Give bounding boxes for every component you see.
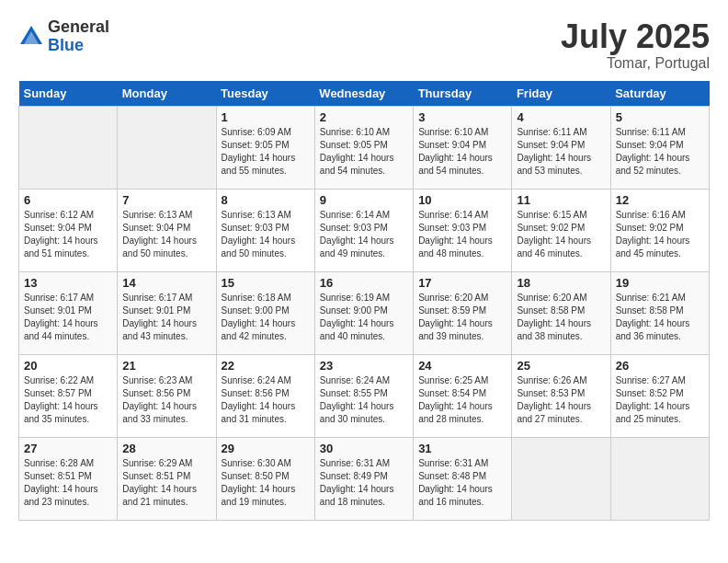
day-detail: Sunrise: 6:24 AM Sunset: 8:56 PM Dayligh… (222, 374, 310, 426)
weekday-header-tuesday: Tuesday (216, 81, 314, 107)
day-detail: Sunrise: 6:17 AM Sunset: 9:01 PM Dayligh… (122, 292, 210, 343)
calendar-cell: 5Sunrise: 6:11 AM Sunset: 9:04 PM Daylig… (610, 106, 709, 189)
day-detail: Sunrise: 6:14 AM Sunset: 9:03 PM Dayligh… (418, 209, 506, 260)
logo-general-text: General (48, 18, 109, 37)
day-number: 14 (122, 276, 210, 290)
calendar-cell: 16Sunrise: 6:19 AM Sunset: 9:00 PM Dayli… (314, 271, 413, 354)
calendar-week-2: 6Sunrise: 6:12 AM Sunset: 9:04 PM Daylig… (19, 189, 710, 271)
day-detail: Sunrise: 6:25 AM Sunset: 8:54 PM Dayligh… (418, 374, 506, 426)
day-number: 1 (222, 110, 310, 124)
page-header: General Blue July 2025 Tomar, Portugal (18, 18, 710, 72)
day-number: 6 (24, 193, 112, 207)
calendar-cell: 1Sunrise: 6:09 AM Sunset: 9:05 PM Daylig… (216, 106, 314, 189)
day-number: 26 (616, 359, 704, 373)
calendar-cell (610, 437, 709, 520)
calendar-table: SundayMondayTuesdayWednesdayThursdayFrid… (18, 81, 710, 521)
day-detail: Sunrise: 6:20 AM Sunset: 8:58 PM Dayligh… (517, 292, 605, 343)
calendar-cell: 7Sunrise: 6:13 AM Sunset: 9:04 PM Daylig… (118, 189, 216, 271)
calendar-cell: 2Sunrise: 6:10 AM Sunset: 9:05 PM Daylig… (314, 106, 413, 189)
logo-blue-text: Blue (48, 37, 109, 55)
day-number: 24 (418, 359, 506, 373)
calendar-cell: 26Sunrise: 6:27 AM Sunset: 8:52 PM Dayli… (610, 354, 709, 437)
calendar-week-4: 20Sunrise: 6:22 AM Sunset: 8:57 PM Dayli… (19, 354, 710, 437)
day-detail: Sunrise: 6:15 AM Sunset: 9:02 PM Dayligh… (517, 209, 605, 260)
day-detail: Sunrise: 6:24 AM Sunset: 8:55 PM Dayligh… (320, 374, 408, 426)
day-detail: Sunrise: 6:28 AM Sunset: 8:51 PM Dayligh… (24, 457, 112, 509)
day-detail: Sunrise: 6:29 AM Sunset: 8:51 PM Dayligh… (122, 457, 210, 509)
calendar-week-3: 13Sunrise: 6:17 AM Sunset: 9:01 PM Dayli… (19, 271, 710, 354)
calendar-cell: 6Sunrise: 6:12 AM Sunset: 9:04 PM Daylig… (19, 189, 118, 271)
day-number: 16 (320, 276, 408, 290)
day-detail: Sunrise: 6:14 AM Sunset: 9:03 PM Dayligh… (320, 209, 408, 260)
calendar-cell: 18Sunrise: 6:20 AM Sunset: 8:58 PM Dayli… (512, 271, 610, 354)
calendar-cell: 8Sunrise: 6:13 AM Sunset: 9:03 PM Daylig… (216, 189, 314, 271)
day-number: 10 (418, 193, 506, 207)
calendar-cell: 11Sunrise: 6:15 AM Sunset: 9:02 PM Dayli… (512, 189, 610, 271)
calendar-cell (512, 437, 610, 520)
calendar-cell: 28Sunrise: 6:29 AM Sunset: 8:51 PM Dayli… (118, 437, 216, 520)
calendar-week-5: 27Sunrise: 6:28 AM Sunset: 8:51 PM Dayli… (19, 437, 710, 520)
calendar-cell: 30Sunrise: 6:31 AM Sunset: 8:49 PM Dayli… (314, 437, 413, 520)
day-number: 11 (517, 193, 605, 207)
day-detail: Sunrise: 6:10 AM Sunset: 9:04 PM Dayligh… (418, 126, 506, 178)
calendar-cell: 20Sunrise: 6:22 AM Sunset: 8:57 PM Dayli… (19, 354, 118, 437)
calendar-cell: 12Sunrise: 6:16 AM Sunset: 9:02 PM Dayli… (610, 189, 709, 271)
day-number: 9 (320, 193, 408, 207)
day-number: 31 (418, 442, 506, 455)
day-detail: Sunrise: 6:23 AM Sunset: 8:56 PM Dayligh… (122, 374, 210, 426)
day-number: 5 (616, 110, 704, 124)
day-number: 12 (616, 193, 704, 207)
calendar-cell: 4Sunrise: 6:11 AM Sunset: 9:04 PM Daylig… (512, 106, 610, 189)
calendar-cell (118, 106, 216, 189)
calendar-cell: 25Sunrise: 6:26 AM Sunset: 8:53 PM Dayli… (512, 354, 610, 437)
day-number: 25 (517, 359, 605, 373)
calendar-cell (19, 106, 118, 189)
day-number: 7 (122, 193, 210, 207)
calendar-cell: 10Sunrise: 6:14 AM Sunset: 9:03 PM Dayli… (414, 189, 512, 271)
day-number: 13 (24, 276, 112, 290)
day-detail: Sunrise: 6:11 AM Sunset: 9:04 PM Dayligh… (517, 126, 605, 178)
day-number: 30 (320, 442, 408, 455)
calendar-cell: 19Sunrise: 6:21 AM Sunset: 8:58 PM Dayli… (610, 271, 709, 354)
calendar-week-1: 1Sunrise: 6:09 AM Sunset: 9:05 PM Daylig… (19, 106, 710, 189)
day-detail: Sunrise: 6:31 AM Sunset: 8:48 PM Dayligh… (418, 457, 506, 509)
day-number: 29 (222, 442, 310, 455)
day-detail: Sunrise: 6:31 AM Sunset: 8:49 PM Dayligh… (320, 457, 408, 509)
day-number: 19 (616, 276, 704, 290)
day-detail: Sunrise: 6:11 AM Sunset: 9:04 PM Dayligh… (616, 126, 704, 178)
calendar-cell: 23Sunrise: 6:24 AM Sunset: 8:55 PM Dayli… (314, 354, 413, 437)
logo: General Blue (18, 18, 109, 55)
day-number: 23 (320, 359, 408, 373)
calendar-cell: 24Sunrise: 6:25 AM Sunset: 8:54 PM Dayli… (414, 354, 512, 437)
day-detail: Sunrise: 6:27 AM Sunset: 8:52 PM Dayligh… (616, 374, 704, 426)
day-detail: Sunrise: 6:20 AM Sunset: 8:59 PM Dayligh… (418, 292, 506, 343)
calendar-cell: 3Sunrise: 6:10 AM Sunset: 9:04 PM Daylig… (414, 106, 512, 189)
day-detail: Sunrise: 6:12 AM Sunset: 9:04 PM Dayligh… (24, 209, 112, 260)
day-detail: Sunrise: 6:17 AM Sunset: 9:01 PM Dayligh… (24, 292, 112, 343)
day-number: 22 (222, 359, 310, 373)
day-number: 2 (320, 110, 408, 124)
day-detail: Sunrise: 6:22 AM Sunset: 8:57 PM Dayligh… (24, 374, 112, 426)
day-number: 3 (418, 110, 506, 124)
day-detail: Sunrise: 6:09 AM Sunset: 9:05 PM Dayligh… (222, 126, 310, 178)
calendar-cell: 9Sunrise: 6:14 AM Sunset: 9:03 PM Daylig… (314, 189, 413, 271)
title-block: July 2025 Tomar, Portugal (561, 18, 710, 72)
day-detail: Sunrise: 6:19 AM Sunset: 9:00 PM Dayligh… (320, 292, 408, 343)
day-number: 28 (122, 442, 210, 455)
calendar-body: 1Sunrise: 6:09 AM Sunset: 9:05 PM Daylig… (19, 106, 710, 520)
day-number: 4 (517, 110, 605, 124)
weekday-header-row: SundayMondayTuesdayWednesdayThursdayFrid… (19, 81, 710, 107)
weekday-header-sunday: Sunday (19, 81, 118, 107)
weekday-header-monday: Monday (118, 81, 216, 107)
logo-text: General Blue (48, 18, 109, 55)
day-detail: Sunrise: 6:13 AM Sunset: 9:03 PM Dayligh… (222, 209, 310, 260)
day-detail: Sunrise: 6:16 AM Sunset: 9:02 PM Dayligh… (616, 209, 704, 260)
day-detail: Sunrise: 6:18 AM Sunset: 9:00 PM Dayligh… (222, 292, 310, 343)
day-detail: Sunrise: 6:30 AM Sunset: 8:50 PM Dayligh… (222, 457, 310, 509)
day-number: 15 (222, 276, 310, 290)
weekday-header-saturday: Saturday (610, 81, 709, 107)
day-number: 17 (418, 276, 506, 290)
calendar-cell: 22Sunrise: 6:24 AM Sunset: 8:56 PM Dayli… (216, 354, 314, 437)
calendar-cell: 13Sunrise: 6:17 AM Sunset: 9:01 PM Dayli… (19, 271, 118, 354)
day-detail: Sunrise: 6:13 AM Sunset: 9:04 PM Dayligh… (122, 209, 210, 260)
